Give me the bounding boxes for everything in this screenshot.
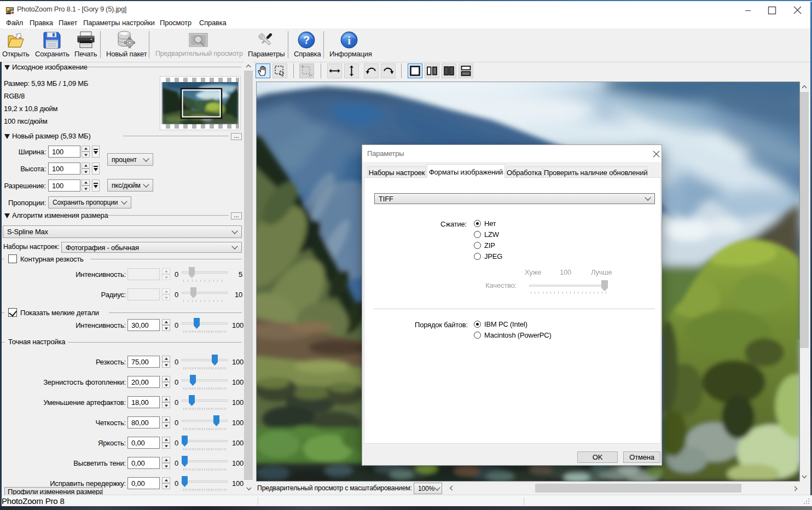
svg-text:?: ? — [303, 34, 310, 46]
svg-text:i: i — [347, 34, 351, 47]
